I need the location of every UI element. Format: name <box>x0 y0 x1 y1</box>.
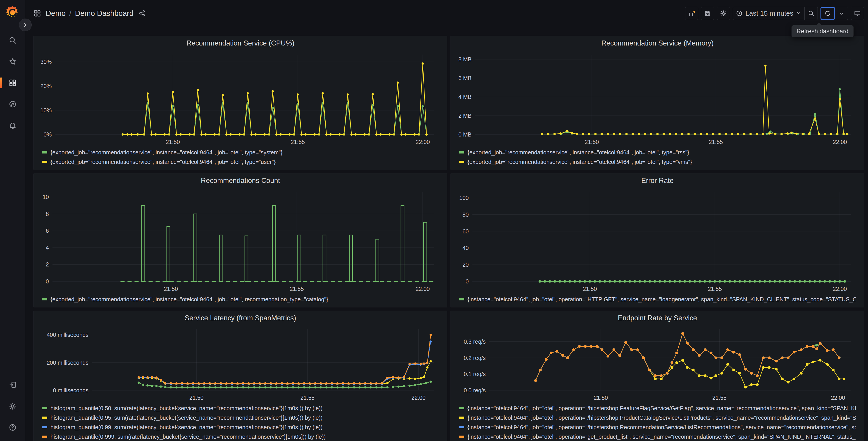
panel-title[interactable]: Error Rate <box>456 176 859 186</box>
search-icon <box>9 36 17 45</box>
svg-text:22:00: 22:00 <box>416 139 430 145</box>
sidebar-item-search[interactable] <box>6 33 20 47</box>
dashboard-settings-button[interactable] <box>717 7 730 20</box>
svg-text:0 MB: 0 MB <box>459 131 471 138</box>
panel-title[interactable]: Recommendation Service (Memory) <box>456 38 859 48</box>
legend-swatch <box>42 426 47 428</box>
svg-text:22:00: 22:00 <box>831 394 845 401</box>
legend-item[interactable]: histogram_quantile(0.999, sum(rate(laten… <box>42 432 439 441</box>
legend-item[interactable]: {instance="otelcol:9464", job="otel", op… <box>459 413 856 422</box>
panel-chart[interactable]: 21:5021:5522:000246810 <box>39 186 442 294</box>
panel-title[interactable]: Endpoint Rate by Service <box>456 313 859 323</box>
svg-text:40: 40 <box>463 245 469 251</box>
time-controls-group: Last 15 minutes <box>733 7 818 20</box>
panel-title[interactable]: Service Latency (from SpanMetrics) <box>39 313 442 323</box>
sidebar-item-sign-in[interactable] <box>6 378 20 392</box>
legend-item[interactable]: {instance="otelcol:9464", job="otel", op… <box>459 295 856 304</box>
sidebar-nav-top <box>6 33 20 132</box>
svg-text:8: 8 <box>46 211 49 217</box>
sidebar-item-dashboards[interactable] <box>6 76 20 90</box>
apps-grid-icon <box>33 9 41 17</box>
panel-endpoint-rate: Endpoint Rate by Service 21:5021:5522:00… <box>451 311 864 441</box>
svg-text:10: 10 <box>42 194 49 200</box>
grafana-logo[interactable] <box>5 5 20 20</box>
refresh-dashboard-button[interactable] <box>820 7 835 20</box>
panel-title[interactable]: Recommendation Service (CPU%) <box>39 38 442 48</box>
sidebar-item-favorites[interactable] <box>6 55 20 68</box>
svg-text:60: 60 <box>463 228 469 235</box>
legend-item[interactable]: {exported_job="recommendationservice", i… <box>42 157 439 167</box>
legend-swatch <box>42 298 47 300</box>
panel-legend: {exported_job="recommendationservice", i… <box>456 147 859 169</box>
explore-compass-icon <box>9 100 17 108</box>
svg-text:100: 100 <box>459 195 469 201</box>
time-range-caret <box>796 9 802 17</box>
panel-title[interactable]: Recommendations Count <box>39 176 442 186</box>
svg-text:8 MB: 8 MB <box>459 56 471 62</box>
sidebar-nav-bottom <box>6 378 20 434</box>
legend-label: {instance="otelcol:9464", job="otel", op… <box>467 434 856 440</box>
legend-item[interactable]: {exported_job="recommendationservice", i… <box>42 148 439 157</box>
save-dashboard-button[interactable] <box>701 7 714 20</box>
panel-recommendation-cpu: Recommendation Service (CPU%) 21:5021:55… <box>33 36 447 170</box>
svg-text:4 MB: 4 MB <box>459 94 471 100</box>
legend-item[interactable]: {instance="otelcol:9464", job="otel", op… <box>459 422 856 432</box>
breadcrumb-trail: Demo / Demo Dashboard <box>46 9 146 18</box>
legend-label: {exported_job="recommendationservice", i… <box>467 159 692 165</box>
add-panel-icon <box>688 10 695 17</box>
refresh-interval-button[interactable] <box>835 7 848 20</box>
legend-item[interactable]: {exported_job="recommendationservice", i… <box>459 148 856 157</box>
panel-chart[interactable]: 21:5021:5522:000 milliseconds200 millise… <box>39 323 442 403</box>
breadcrumb-separator: / <box>69 9 71 18</box>
svg-text:0%: 0% <box>43 131 52 138</box>
panel-chart[interactable]: 21:5021:5522:000.0 req/s0.1 req/s0.2 req… <box>456 323 859 403</box>
panel-recommendations-count: Recommendations Count 21:5021:5522:00024… <box>33 173 447 307</box>
panel-chart[interactable]: 21:5021:5522:00020406080100 <box>456 186 859 294</box>
breadcrumb-folder[interactable]: Demo <box>46 9 66 18</box>
alerting-bell-icon <box>9 121 17 129</box>
legend-item[interactable]: histogram_quantile(0.95, sum(rate(latenc… <box>42 413 439 422</box>
svg-text:21:55: 21:55 <box>290 286 304 292</box>
panel-chart[interactable]: 21:5021:5522:000 MB2 MB4 MB6 MB8 MB <box>456 48 859 147</box>
help-icon <box>9 423 17 432</box>
svg-text:22:00: 22:00 <box>833 139 847 145</box>
svg-text:10%: 10% <box>40 107 52 113</box>
save-dashboard-icon <box>704 10 711 17</box>
svg-text:21:55: 21:55 <box>712 394 726 401</box>
svg-text:21:50: 21:50 <box>164 286 178 292</box>
sidebar-item-settings[interactable] <box>6 399 20 413</box>
sidebar-item-alerting[interactable] <box>6 119 20 132</box>
sidebar-item-help[interactable] <box>6 421 20 434</box>
time-range-picker[interactable]: Last 15 minutes <box>733 7 805 20</box>
panel-legend: {instance="otelcol:9464", job="otel", op… <box>456 294 859 306</box>
sidebar-item-explore[interactable] <box>6 97 20 111</box>
expand-sidebar-button[interactable] <box>19 19 32 31</box>
dashboard-settings-icon <box>720 10 727 17</box>
cycle-view-mode-button[interactable] <box>851 7 864 20</box>
legend-item[interactable]: {instance="otelcol:9464", job="otel", op… <box>459 404 856 413</box>
svg-text:0.1 req/s: 0.1 req/s <box>464 371 486 377</box>
legend-swatch <box>459 151 464 153</box>
chevron-right-icon <box>22 22 28 28</box>
share-dashboard-button[interactable] <box>138 10 146 17</box>
breadcrumb-dashboard[interactable]: Demo Dashboard <box>75 9 133 18</box>
zoom-out-time-button[interactable] <box>805 7 818 20</box>
legend-label: histogram_quantile(0.999, sum(rate(laten… <box>51 434 326 440</box>
panel-legend: histogram_quantile(0.50, sum(rate(latenc… <box>39 403 442 441</box>
legend-label: {exported_job="recommendationservice", i… <box>51 159 276 165</box>
legend-swatch <box>459 407 464 409</box>
svg-text:200 milliseconds: 200 milliseconds <box>46 359 89 366</box>
chevron-down-icon <box>796 10 802 16</box>
breadcrumb-dashboards-icon-button[interactable] <box>33 9 41 17</box>
svg-text:20: 20 <box>463 262 469 268</box>
add-panel-button[interactable] <box>685 7 698 20</box>
panel-chart[interactable]: 21:5021:5522:000%10%20%30% <box>39 48 442 147</box>
legend-item[interactable]: histogram_quantile(0.50, sum(rate(latenc… <box>42 404 439 413</box>
cycle-view-icon <box>854 10 861 17</box>
legend-item[interactable]: histogram_quantile(0.99, sum(rate(latenc… <box>42 422 439 432</box>
legend-item[interactable]: {instance="otelcol:9464", job="otel", op… <box>459 432 856 441</box>
legend-item[interactable]: {exported_job="recommendationservice", i… <box>42 295 439 304</box>
svg-text:0: 0 <box>466 278 469 285</box>
legend-item[interactable]: {exported_job="recommendationservice", i… <box>459 157 856 167</box>
legend-label: {instance="otelcol:9464", job="otel", op… <box>467 424 856 431</box>
